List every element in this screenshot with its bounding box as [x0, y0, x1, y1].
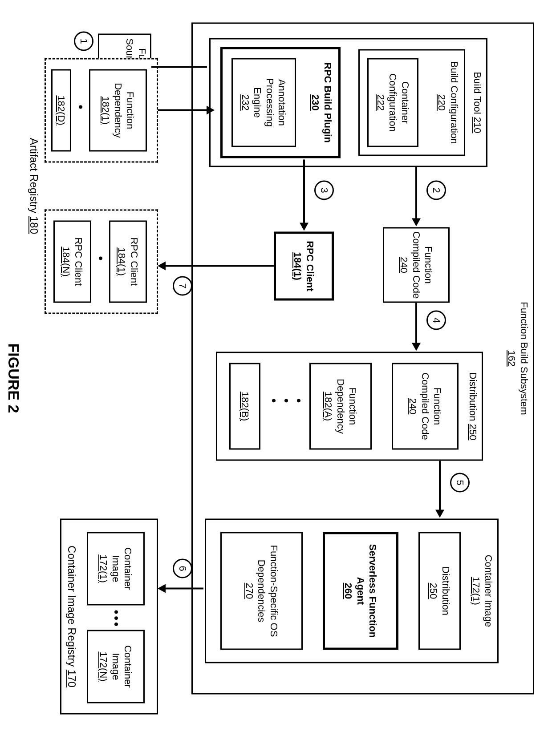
step-1: 1 — [74, 31, 93, 51]
step-2: 2 — [426, 180, 446, 200]
build-tool-title: Build Tool 210 — [470, 69, 487, 136]
ci-1: Container Image172(1) — [87, 532, 145, 605]
rpc-plugin-title: RPC Build Plugin 230 — [308, 60, 338, 146]
distribution-small: Distribution 250 — [418, 532, 461, 650]
arrow-7-line — [166, 265, 274, 267]
serverless-function-agent: Serverless Function Agent 260 — [323, 532, 398, 650]
sfa-title: Serverless Function Agent 260 — [341, 534, 381, 647]
dist-func-code: Function Compiled Code 240 — [392, 363, 459, 449]
anno-title: Annotation Processing Engine 232 — [238, 59, 290, 146]
arrow-6-line — [166, 587, 203, 589]
rpc-client: RPC Client 184(1) — [274, 231, 334, 300]
container-configuration: Container Configuration 222 — [367, 58, 418, 147]
dep-d: 182(D) — [51, 69, 71, 151]
dist-title: Distribution 250 — [465, 369, 482, 443]
ci-title: Container Image172(1) — [468, 552, 497, 630]
step-7: 7 — [173, 276, 192, 295]
step-4: 4 — [426, 310, 446, 330]
cir-label: Container Image Registry 170 — [65, 518, 78, 714]
fd-a-title: Function Dependency 182(A) — [321, 364, 361, 448]
function-dependency-a: Function Dependency 182(A) — [309, 363, 372, 449]
build-cfg-title: Build Configuration 220 — [434, 58, 464, 146]
dist-small-title: Distribution 250 — [426, 563, 454, 618]
cont-cfg-title: Container Configuration 222 — [373, 59, 413, 146]
dots-cir: ••• — [110, 610, 122, 628]
step-5: 5 — [450, 473, 470, 492]
rpc-client-title: RPC Client 184(1) — [290, 238, 318, 294]
arrow-1-line — [151, 66, 189, 68]
arrow-1-line2 — [189, 66, 207, 68]
step-6: 6 — [173, 558, 192, 578]
arrow-4-line — [415, 303, 417, 344]
arrow-3-head — [300, 222, 308, 230]
artifact-label: Artifact Registry 180 — [28, 58, 40, 314]
dist-fcc-title: Function Compiled Code 240 — [405, 364, 446, 448]
figure-caption: FIGURE 2 — [5, 0, 22, 756]
step-3: 3 — [314, 180, 334, 200]
rpc-client-n: RPC Client184(N) — [53, 220, 91, 303]
os-dependencies: Function-Specific OS Dependencies 270 — [220, 532, 303, 650]
function-compiled-code: Function Compiled Code 240 — [383, 227, 450, 303]
arrow-4-head — [412, 343, 421, 351]
arrow-6-head — [158, 584, 166, 593]
fbs-title: Function Build Subsystem 162 — [504, 299, 533, 417]
arrow-2-head — [412, 218, 421, 226]
osd-title: Function-Specific OS Dependencies 270 — [241, 533, 282, 648]
dots-dist: ••• — [268, 398, 305, 404]
arrow-2-line — [415, 167, 417, 219]
arrow-7-head — [158, 261, 166, 270]
fcc-title: Function Compiled Code 240 — [396, 228, 437, 301]
arrow-art-line — [158, 109, 208, 111]
arrow-art-head — [207, 105, 215, 114]
function-dependency-1: Function Dependency182(1) — [89, 69, 147, 151]
arrow-5-line — [439, 461, 441, 511]
arrow-3-line — [303, 159, 305, 224]
annotation-engine: Annotation Processing Engine 232 — [231, 58, 296, 147]
arrow-5-head — [435, 509, 444, 517]
rpc-client-1: RPC Client184(1) — [109, 220, 147, 303]
dep-b: 182(B) — [229, 363, 260, 449]
ci-n: Container Image172(N) — [87, 630, 145, 703]
